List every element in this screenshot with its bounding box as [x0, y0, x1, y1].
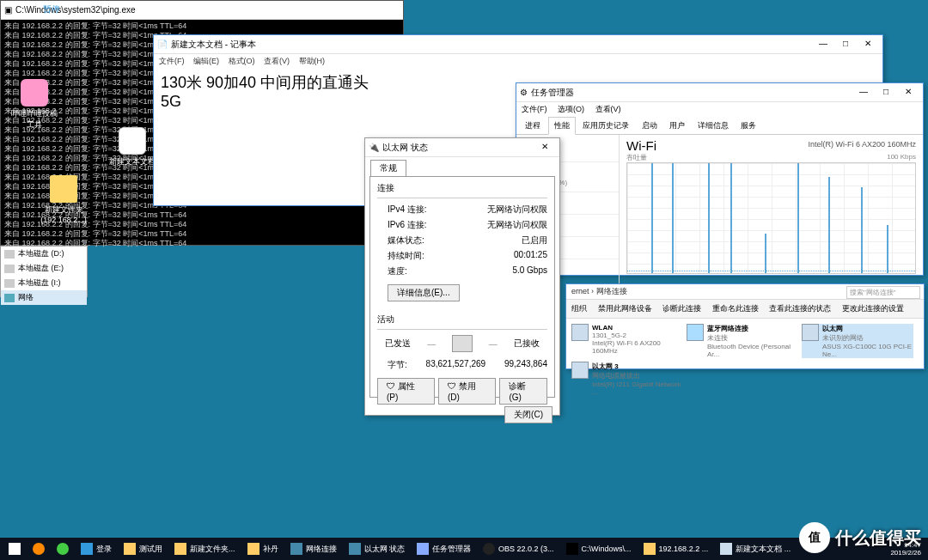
tb-organize[interactable]: 组织: [571, 304, 587, 313]
menu-file[interactable]: 文件(F): [522, 105, 547, 113]
windows-icon: [9, 543, 21, 555]
notepad-icon: 📄: [157, 40, 168, 49]
maximize-button[interactable]: □: [875, 85, 897, 100]
network-icon: [290, 543, 302, 555]
task-manager-window: ⚙ 任务管理器 — □ ✕ 文件(F) 选项(O) 查看(V) 进程 性能 应用…: [516, 82, 924, 276]
folder-icon: [50, 175, 77, 203]
wifi-graph: [626, 162, 916, 274]
drive-i[interactable]: 本地磁盘 (I:): [1, 276, 87, 290]
notepad-icon: [720, 543, 732, 555]
taskbar-cmd[interactable]: C:\Windows\...: [561, 539, 637, 558]
properties-button[interactable]: 🛡 属性(P): [377, 378, 435, 405]
close-button[interactable]: ✕: [897, 85, 919, 100]
taskbar-netconn[interactable]: 网络连接: [285, 539, 342, 558]
desktop-icon-txt[interactable]: 新建文本文档: [107, 127, 158, 167]
adapter-wlan[interactable]: WLAN1301_5G-2Intel(R) Wi-Fi 6 AX200 160M…: [571, 324, 683, 358]
tab-general[interactable]: 常规: [370, 160, 406, 176]
taskbar-login[interactable]: 登录: [76, 539, 117, 558]
value: 5.0 Gbps: [512, 265, 547, 277]
window-title: 以太网 状态: [379, 142, 534, 154]
taskbar-taskmgr[interactable]: 任务管理器: [412, 539, 476, 558]
tab-performance[interactable]: 性能: [548, 117, 576, 135]
desktop-icon-folder[interactable]: 新建文件夹 (192.168.2...): [38, 175, 89, 224]
taskbar-chrome[interactable]: [52, 539, 74, 558]
tab-startup[interactable]: 启动: [637, 118, 662, 134]
bluetooth-icon: [687, 324, 704, 341]
chrome-icon: [57, 543, 69, 555]
tab-users[interactable]: 用户: [664, 118, 690, 134]
tb-rename[interactable]: 重命名此连接: [712, 304, 759, 313]
maximize-button[interactable]: □: [834, 37, 857, 52]
adapter-ethernet3[interactable]: 以太网 3网络电缆被拔出Intel(R) I211 Gigabit Networ…: [571, 362, 683, 396]
close-dialog-button[interactable]: 关闭(C): [504, 406, 553, 423]
notepad-menu: 文件(F) 编辑(E) 格式(O) 查看(V) 帮助(H): [154, 54, 882, 69]
network-connections-window: ernet › 网络连接 搜索"网络连接" 组织 禁用此网络设备 诊断此连接 重…: [565, 283, 925, 369]
cmd-icon: ▣: [4, 5, 12, 15]
start-button[interactable]: [3, 539, 26, 558]
taskmgr-icon: ⚙: [520, 88, 528, 97]
close-button[interactable]: ✕: [857, 37, 879, 52]
network-node[interactable]: 网络: [1, 290, 87, 305]
cmd-titlebar[interactable]: ▣ C:\Windows\system32\ping.exe: [1, 1, 403, 20]
wifi-icon: [571, 324, 589, 341]
desktop-icon-bilibili[interactable]: 哔哩哔哩投稿工具: [9, 79, 60, 131]
search-input[interactable]: 搜索"网络连接": [846, 286, 920, 299]
details-button[interactable]: 详细信息(E)...: [388, 284, 460, 301]
taskbar-notepad[interactable]: 新建文本文档 ...: [715, 539, 796, 558]
tab-processes[interactable]: 进程: [520, 118, 546, 134]
window-title: 任务管理器: [528, 87, 852, 99]
drive-icon: [4, 279, 15, 288]
ethstat-titlebar[interactable]: 🔌 以太网 状态 ✕: [365, 138, 559, 157]
adapter-ethernet[interactable]: 以太网未识别的网络ASUS XG-C100C 10G PCI-E Ne...: [802, 324, 913, 358]
explorer-tree: 本地磁盘 (D:) 本地磁盘 (E:) 本地磁盘 (I:) 网络: [0, 246, 88, 297]
taskbar-folder2[interactable]: 新建文件夹...: [169, 539, 241, 558]
qq-icon: [81, 543, 93, 555]
diagnose-button[interactable]: 诊断(G): [499, 378, 547, 405]
section-header: 活动: [377, 313, 547, 326]
taskmgr-icon: [417, 543, 429, 555]
label: 媒体状态:: [388, 234, 424, 247]
watermark: 值 什么值得买: [799, 522, 921, 553]
close-button[interactable]: ✕: [534, 140, 556, 155]
menu-help[interactable]: 帮助(H): [299, 57, 326, 65]
watermark-badge: 值: [799, 522, 830, 553]
minimize-button[interactable]: —: [852, 85, 875, 100]
menu-format[interactable]: 格式(O): [229, 57, 255, 65]
taskbar-ping[interactable]: 192.168.2.2 ...: [638, 539, 714, 558]
menu-options[interactable]: 选项(O): [558, 105, 584, 113]
drive-d[interactable]: 本地磁盘 (D:): [1, 247, 87, 261]
taskbar-ethstat[interactable]: 以太网 状态: [344, 539, 411, 558]
menu-view[interactable]: 查看(V): [595, 105, 621, 113]
tab-details[interactable]: 详细信息: [693, 118, 734, 134]
label: IPv6 连接:: [388, 219, 427, 231]
tb-change[interactable]: 更改此连接的设置: [842, 304, 904, 313]
taskbar-obs[interactable]: OBS 22.0.2 (3...: [478, 539, 559, 558]
menu-file[interactable]: 文件(F): [159, 57, 185, 65]
icon-label: 新建文件夹 (192.168.2...): [38, 204, 89, 224]
minimize-button[interactable]: —: [812, 37, 834, 52]
tab-history[interactable]: 应用历史记录: [577, 118, 634, 134]
taskmgr-titlebar[interactable]: ⚙ 任务管理器 — □ ✕: [516, 83, 923, 102]
network-icon: 🔌: [369, 143, 379, 152]
pc-icon: [452, 335, 473, 352]
perf-graph-area: Wi-Fi Intel(R) Wi-Fi 6 AX200 160MHz 吞吐量 …: [620, 135, 923, 285]
network-icon: [349, 543, 361, 555]
disable-button[interactable]: 🛡 禁用(D): [438, 378, 496, 405]
folder-icon: [174, 543, 186, 555]
adapter-bluetooth[interactable]: 蓝牙网络连接未连接Bluetooth Device (Personal Ar..…: [687, 324, 798, 358]
value: 无网络访问权限: [487, 219, 547, 231]
tb-disable[interactable]: 禁用此网络设备: [598, 304, 652, 313]
bytes-sent: 83,621,527,269: [426, 359, 486, 371]
value: 无网络访问权限: [487, 204, 547, 216]
tb-diagnose[interactable]: 诊断此连接: [662, 304, 701, 313]
taskbar-folder1[interactable]: 测试用: [119, 539, 168, 558]
taskbar-folder3[interactable]: 补丹: [242, 539, 284, 558]
menu-edit[interactable]: 编辑(E): [193, 57, 219, 65]
tb-status[interactable]: 查看此连接的状态: [769, 304, 831, 313]
tab-services[interactable]: 服务: [736, 118, 761, 134]
taskbar-firefox[interactable]: [27, 539, 50, 558]
notepad-titlebar[interactable]: 📄 新建文本文档 - 记事本 — □ ✕: [154, 35, 882, 54]
menu-view[interactable]: 查看(V): [264, 57, 290, 65]
bytes-recv: 99,243,864: [504, 359, 547, 371]
drive-e[interactable]: 本地磁盘 (E:): [1, 261, 87, 276]
